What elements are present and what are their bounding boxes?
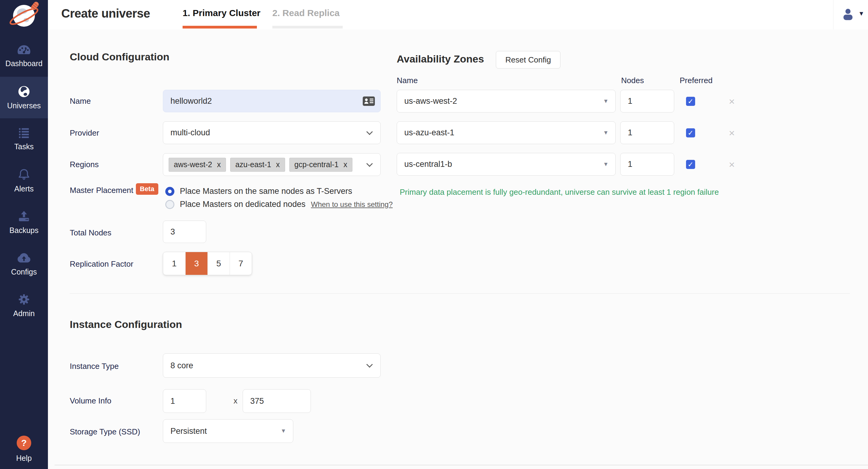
master-placement-option-dedicated[interactable]: Place Masters on dedicated nodes When to… [165,199,393,209]
sidebar-item-backups[interactable]: Backups [0,201,48,243]
az-zone-select[interactable]: us-azu-east-1 ▾ [397,121,616,144]
caret-down-icon: ▾ [604,129,608,136]
sidebar-item-dashboard[interactable]: Dashboard [0,35,48,77]
az-column-name: Name [397,76,417,85]
page-title: Create universe [61,7,150,20]
inactive-tab-underline [272,26,343,29]
sidebar-item-label: Admin [13,309,35,318]
chevron-down-icon [366,361,373,368]
chevron-down-icon [366,160,373,166]
active-tab-underline [183,26,257,29]
instance-type-label: Instance Type [70,362,119,371]
rf-option-5[interactable]: 5 [208,252,229,275]
volume-multiplier: x [234,396,238,406]
regions-multiselect[interactable]: aws-west-2 x azu-east-1 x gcp-central-1 … [163,153,381,176]
sidebar-item-label: Tasks [14,142,34,151]
help-label: Help [16,454,32,463]
tab-read-replica[interactable]: 2. Read Replica [272,8,340,18]
storage-type-value: Persistent [170,427,207,436]
regions-label: Regions [70,160,99,169]
radio-unselected-icon[interactable] [165,200,175,209]
remove-az-icon[interactable]: × [729,128,735,137]
az-column-nodes: Nodes [621,76,644,85]
availability-zones-heading: Availability Zones [397,53,484,65]
check-icon: ✓ [687,129,693,137]
list-icon [17,127,31,139]
gauge-icon [17,44,31,56]
caret-down-icon: ▾ [282,427,285,435]
provider-label: Provider [70,128,99,138]
gear-icon [17,293,31,306]
volume-size-input[interactable] [243,389,311,413]
beta-badge: Beta [136,183,158,195]
volume-count-input[interactable] [163,389,206,413]
sidebar: Dashboard Universes Tasks [0,0,48,469]
caret-down-icon: ▾ [604,97,608,105]
rf-option-1[interactable]: 1 [163,252,185,275]
az-zone-select[interactable]: us-central1-b ▾ [397,153,616,176]
sidebar-item-tasks[interactable]: Tasks [0,118,48,160]
sidebar-item-configs[interactable]: Configs [0,243,48,285]
replication-factor-label: Replication Factor [70,259,133,269]
rf-option-7[interactable]: 7 [229,252,252,275]
user-icon[interactable] [841,7,855,21]
az-nodes-input[interactable] [620,90,674,113]
remove-region-icon[interactable]: x [276,160,280,169]
cloud-configuration-heading: Cloud Configuration [70,51,169,63]
tab-primary-cluster[interactable]: 1. Primary Cluster [183,8,260,18]
geo-redundancy-status-message: Primary data placement is fully geo-redu… [400,187,719,197]
master-placement-label: Master Placement [70,186,133,195]
preferred-checkbox-checked[interactable]: ✓ [686,128,695,137]
region-chip: aws-west-2 x [168,158,226,172]
remove-region-icon[interactable]: x [343,160,347,169]
rf-option-3-selected[interactable]: 3 [185,252,208,275]
provider-value: multi-cloud [170,128,210,137]
instance-configuration-heading: Instance Configuration [70,318,182,331]
sidebar-item-universes[interactable]: Universes [0,77,48,118]
bottom-divider [55,465,868,465]
top-header: Create universe 1. Primary Cluster 2. Re… [48,0,868,29]
bell-icon [17,168,31,181]
volume-info-label: Volume Info [70,396,111,406]
storage-type-label: Storage Type (SSD) [70,427,140,437]
sidebar-item-alerts[interactable]: Alerts [0,160,48,201]
when-to-use-link[interactable]: When to use this setting? [311,200,393,209]
replication-factor-group: 1 3 5 7 [163,252,252,275]
az-column-preferred: Preferred [680,76,712,85]
section-divider [70,293,850,294]
radio-selected-icon[interactable] [165,187,175,196]
preferred-checkbox-checked[interactable]: ✓ [686,97,695,106]
sidebar-item-label: Dashboard [5,59,42,68]
sidebar-item-label: Universes [7,101,41,110]
preferred-checkbox-checked[interactable]: ✓ [686,160,695,169]
master-placement-option-same-nodes[interactable]: Place Masters on the same nodes as T-Ser… [165,187,352,196]
az-nodes-input[interactable] [620,153,674,176]
az-nodes-input[interactable] [620,121,674,144]
chevron-down-icon [366,128,373,135]
user-menu-caret-icon[interactable]: ▾ [860,9,863,18]
help-icon: ? [17,436,31,450]
az-zone-select[interactable]: us-aws-west-2 ▾ [397,90,616,113]
region-chip: gcp-central-1 x [289,158,352,172]
storage-type-select[interactable]: Persistent ▾ [163,419,293,443]
sidebar-item-admin[interactable]: Admin [0,285,48,326]
upload-drive-icon [17,210,31,223]
main-content: Cloud Configuration Name Provider multi-… [48,29,868,469]
remove-az-icon[interactable]: × [729,97,735,106]
instance-type-select[interactable]: 8 core [163,353,381,378]
cloud-upload-icon [17,251,31,264]
total-nodes-input[interactable] [163,221,206,243]
universe-name-input[interactable] [163,90,381,112]
sidebar-item-help[interactable]: ? Help [0,436,48,463]
sidebar-item-label: Alerts [14,184,34,193]
remove-az-icon[interactable]: × [729,160,735,169]
check-icon: ✓ [687,160,693,169]
header-divider [833,0,833,29]
reset-config-button[interactable]: Reset Config [496,51,560,68]
remove-region-icon[interactable]: x [217,160,221,169]
caret-down-icon: ▾ [604,160,608,168]
sidebar-item-label: Backups [9,226,38,235]
provider-select[interactable]: multi-cloud [163,121,381,144]
check-icon: ✓ [687,97,693,105]
globe-icon [17,85,31,98]
